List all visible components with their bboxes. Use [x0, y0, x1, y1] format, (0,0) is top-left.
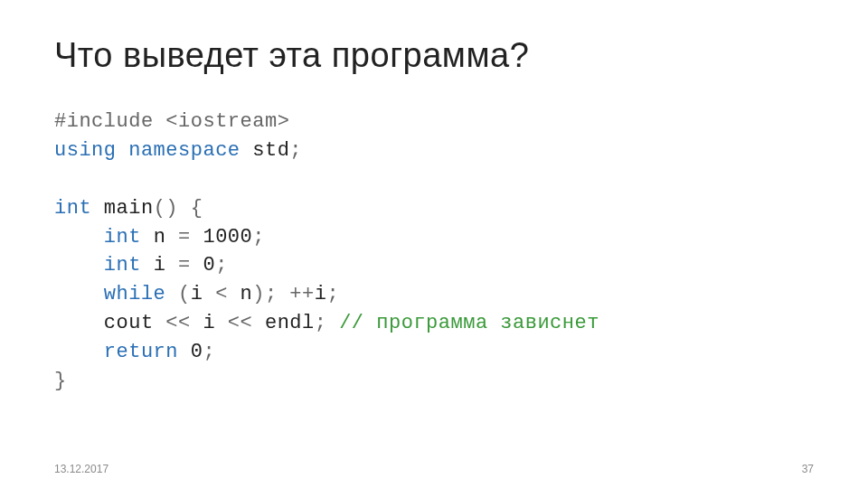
slide: Что выведет эта программа? #include <ios…	[0, 0, 868, 488]
code-token: i	[191, 283, 203, 305]
code-indent	[54, 283, 104, 305]
slide-date: 13.12.2017	[54, 463, 108, 475]
code-token: i	[315, 283, 327, 305]
code-indent	[54, 254, 104, 277]
code-token: #include	[54, 110, 154, 133]
code-token: ;	[203, 341, 215, 363]
code-token: ;	[215, 254, 228, 277]
code-token: 0	[191, 341, 203, 363]
code-token: int	[104, 254, 141, 277]
code-token: return	[104, 341, 178, 363]
code-token: i	[154, 254, 166, 277]
code-token: int	[104, 226, 141, 249]
code-token: 1000	[203, 226, 252, 249]
code-token: while	[104, 283, 166, 305]
code-token: ;	[289, 139, 302, 162]
slide-page-number: 37	[802, 463, 814, 475]
code-token: () {	[154, 197, 203, 220]
code-token: i	[203, 312, 215, 334]
code-token: <	[215, 283, 228, 305]
code-token: n	[154, 226, 166, 249]
code-token: endl	[265, 312, 315, 334]
code-indent	[54, 312, 104, 334]
code-token: namespace	[128, 139, 240, 162]
code-token: main	[104, 197, 154, 220]
code-token: =	[178, 226, 191, 249]
code-token: ;	[315, 312, 327, 334]
code-token: <<	[228, 312, 252, 334]
code-token: n	[241, 283, 253, 305]
code-token: ;	[252, 226, 265, 249]
code-token: int	[54, 197, 91, 220]
code-token: 0	[203, 254, 215, 277]
code-token: =	[178, 254, 191, 277]
code-token: ); ++	[252, 283, 315, 305]
code-token: cout	[104, 312, 154, 334]
code-token: using	[54, 139, 117, 162]
code-token: <<	[165, 312, 190, 334]
code-indent	[54, 226, 104, 249]
code-token: }	[54, 370, 67, 392]
code-token: <iostream>	[165, 110, 289, 133]
code-indent	[54, 341, 104, 363]
code-comment: // программа зависнет	[339, 312, 599, 334]
slide-title: Что выведет эта программа?	[54, 36, 814, 75]
code-token: std	[252, 139, 289, 162]
code-block: #include <iostream> using namespace std;…	[54, 108, 814, 396]
code-token: ;	[326, 283, 339, 305]
slide-footer: 13.12.2017 37	[54, 463, 814, 475]
code-token: (	[178, 283, 191, 305]
